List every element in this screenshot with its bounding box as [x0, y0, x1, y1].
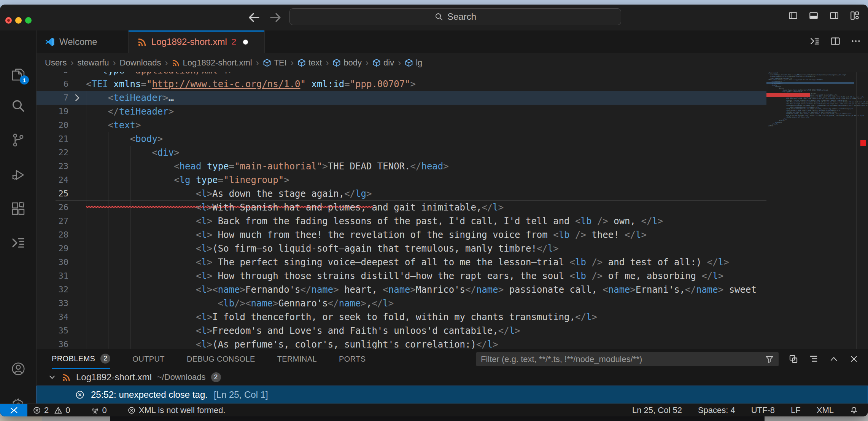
- code-line-19[interactable]: 19</teiHeader>: [37, 105, 766, 118]
- code-line-32[interactable]: 32<l><name>Fernando's</name> heart, <nam…: [37, 283, 766, 297]
- code-line-25[interactable]: 25<l>As down the stage again,</lg>: [37, 187, 766, 201]
- minimize-window-button[interactable]: [15, 17, 22, 24]
- line-number-34[interactable]: 34: [37, 310, 68, 324]
- sidebar-item-accounts[interactable]: [11, 361, 26, 376]
- line-number-23[interactable]: 23: [37, 159, 68, 173]
- panel-tab-terminal[interactable]: TERMINAL: [277, 349, 317, 369]
- command-center-search[interactable]: Search: [289, 8, 621, 25]
- breadcrumb-item-text[interactable]: text: [297, 58, 322, 68]
- breadcrumb-item-tei[interactable]: TEI: [263, 58, 287, 68]
- tab-welcome[interactable]: Welcome: [37, 30, 129, 53]
- panel-tab-output[interactable]: OUTPUT: [132, 349, 165, 369]
- problems-filter-input[interactable]: Filter (e.g. text, **/*.ts, !**/node_mod…: [476, 352, 779, 366]
- line-number-31[interactable]: 31: [37, 269, 68, 283]
- line-number-26[interactable]: 26: [37, 201, 68, 214]
- line-number-19[interactable]: 19: [37, 105, 68, 118]
- status-problems-item[interactable]: 0: [91, 404, 107, 416]
- status-problems-item[interactable]: 0: [54, 404, 70, 416]
- chevron-down-icon[interactable]: [48, 373, 56, 381]
- toggle-secondary-sidebar-button[interactable]: [829, 11, 839, 21]
- zoom-window-button[interactable]: [25, 17, 32, 24]
- status-encoding[interactable]: UTF-8: [751, 404, 775, 416]
- line-number-25[interactable]: 25: [37, 187, 68, 201]
- line-number-21[interactable]: 21: [37, 132, 68, 146]
- go-forward-button[interactable]: [268, 10, 283, 25]
- toggle-primary-sidebar-button[interactable]: [788, 11, 798, 21]
- line-number-36[interactable]: 36: [37, 338, 68, 349]
- sidebar-item-source-control[interactable]: [11, 132, 26, 148]
- view-as-table-button[interactable]: [789, 354, 798, 364]
- code-line-20[interactable]: 20<text>: [37, 118, 766, 132]
- sidebar-item-explorer[interactable]: 1: [11, 67, 26, 82]
- close-panel-button[interactable]: [849, 354, 859, 364]
- code-line-21[interactable]: 21<body>: [37, 132, 766, 146]
- indent-icon[interactable]: [809, 36, 820, 46]
- line-number-22[interactable]: 22: [37, 146, 68, 159]
- code-line-5[interactable]: 5 type="application/xml"?>: [37, 72, 766, 77]
- code-line-7[interactable]: 7<teiHeader>…: [37, 91, 766, 105]
- remote-indicator[interactable]: [0, 404, 27, 416]
- maximize-panel-button[interactable]: [829, 354, 839, 364]
- go-back-button[interactable]: [246, 10, 262, 25]
- minimap[interactable]: <?xml version="1.0" encoding="UTF-8"?> <…: [766, 72, 856, 349]
- overview-ruler[interactable]: [856, 72, 868, 349]
- breadcrumb-item-log1892-short-xml[interactable]: Log1892-short.xml: [172, 58, 252, 68]
- more-actions-button[interactable]: [851, 36, 861, 46]
- status-xml-wellformed-item[interactable]: XML is not well formed.: [127, 404, 226, 416]
- problems-error-row[interactable]: 25:52: unexpected close tag. [Ln 25, Col…: [37, 386, 868, 404]
- line-number-20[interactable]: 20: [37, 118, 68, 132]
- problems-file-row[interactable]: Log1892-short.xml ~/Downloads 2: [37, 369, 868, 386]
- breadcrumb-item-body[interactable]: body: [332, 58, 362, 68]
- collapse-all-button[interactable]: [809, 354, 819, 364]
- line-number-32[interactable]: 32: [37, 283, 68, 297]
- line-number-33[interactable]: 33: [37, 297, 68, 310]
- code-line-34[interactable]: 34<l>I fold thenceforth, or seek to fold…: [37, 310, 766, 324]
- line-number-6[interactable]: 6: [37, 77, 68, 91]
- panel-tab-debug-console[interactable]: DEBUG CONSOLE: [187, 349, 255, 369]
- sidebar-item-search[interactable]: [11, 98, 26, 113]
- code-line-26[interactable]: 26<l>With Spanish hat and plumes, and ga…: [37, 201, 766, 214]
- status-language-mode[interactable]: XML: [817, 404, 834, 416]
- code-line-35[interactable]: 35<l>Freedom's and Love's and Faith's un…: [37, 324, 766, 338]
- panel-tab-problems[interactable]: PROBLEMS2: [52, 349, 110, 369]
- code-line-6[interactable]: 6<TEI xmlns="http://www.tei-c.org/ns/1.0…: [37, 77, 766, 91]
- line-number-5[interactable]: 5: [37, 72, 68, 77]
- line-number-30[interactable]: 30: [37, 255, 68, 269]
- sidebar-item-xml-tools[interactable]: [11, 235, 26, 250]
- line-number-24[interactable]: 24: [37, 173, 68, 187]
- code-line-22[interactable]: 22<div>: [37, 146, 766, 159]
- status-indentation[interactable]: Spaces: 4: [698, 404, 735, 416]
- breadcrumb-item-users[interactable]: Users: [45, 58, 67, 68]
- tab-log1892-short-xml[interactable]: Log1892-short.xml 2: [129, 30, 265, 53]
- breadcrumb-item-downloads[interactable]: Downloads: [120, 58, 161, 68]
- split-editor-button[interactable]: [830, 36, 841, 46]
- line-number-29[interactable]: 29: [37, 242, 68, 255]
- toggle-panel-button[interactable]: [809, 11, 819, 21]
- breadcrumb-item-div[interactable]: div: [372, 58, 394, 68]
- line-number-28[interactable]: 28: [37, 228, 68, 242]
- status-eol[interactable]: LF: [791, 404, 801, 416]
- code-line-23[interactable]: 23<head type="main-authorial">THE DEAD T…: [37, 159, 766, 173]
- close-window-button[interactable]: [5, 17, 12, 24]
- sidebar-item-run-debug[interactable]: [11, 167, 26, 182]
- line-number-27[interactable]: 27: [37, 214, 68, 228]
- modified-indicator-dot[interactable]: [243, 40, 248, 45]
- customize-layout-button[interactable]: [850, 11, 860, 21]
- sidebar-item-extensions[interactable]: [11, 201, 26, 216]
- fold-chevron-icon[interactable]: [72, 93, 82, 103]
- code-line-27[interactable]: 27<l> Back from the fading lessons of th…: [37, 214, 766, 228]
- line-number-7[interactable]: 7: [37, 91, 68, 105]
- code-line-31[interactable]: 31<l> How through those strains distill'…: [37, 269, 766, 283]
- code-line-29[interactable]: 29<l>(So firm—so liquid-soft—again that …: [37, 242, 766, 255]
- line-number-35[interactable]: 35: [37, 324, 68, 338]
- code-line-30[interactable]: 30<l> The perfect singing voice—deepest …: [37, 255, 766, 269]
- code-line-33[interactable]: 33<lb/><name>Gennaro's</name>,</l>: [37, 297, 766, 310]
- code-line-24[interactable]: 24<lg type="linegroup">: [37, 173, 766, 187]
- breadcrumb-item-stewarfu[interactable]: stewarfu: [77, 58, 109, 68]
- titlebar[interactable]: Search: [0, 5, 868, 30]
- filter-icon[interactable]: [765, 355, 774, 364]
- code-editor[interactable]: 5 type="application/xml"?>6<TEI xmlns="h…: [37, 72, 868, 349]
- panel-tab-ports[interactable]: PORTS: [339, 349, 366, 369]
- status-cursor-position[interactable]: Ln 25, Col 52: [632, 404, 682, 416]
- status-problems-item[interactable]: 2: [33, 404, 49, 416]
